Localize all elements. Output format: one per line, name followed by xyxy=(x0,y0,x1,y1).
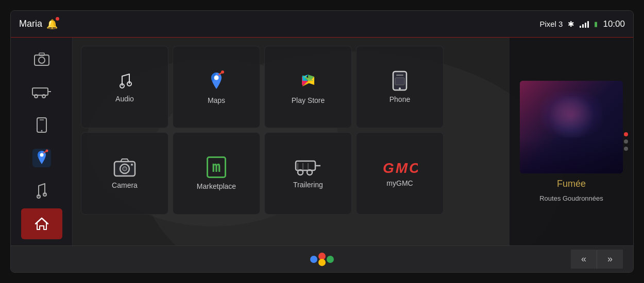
play-store-icon xyxy=(297,69,319,92)
app-tile-play-store[interactable]: Play Store xyxy=(264,46,352,128)
svg-rect-22 xyxy=(396,75,403,76)
camera-tile-icon xyxy=(113,157,136,177)
sidebar-item-camera[interactable] xyxy=(21,44,62,75)
svg-point-1 xyxy=(39,57,45,63)
header: Maria 🔔 Pixel 3 ✱ ▮ 10:00 xyxy=(11,11,633,38)
svg-point-39 xyxy=(327,256,334,263)
main-screen: Maria 🔔 Pixel 3 ✱ ▮ 10:00 xyxy=(10,10,634,273)
bluetooth-icon: ✱ xyxy=(568,20,574,29)
device-name: Pixel 3 xyxy=(539,20,563,28)
svg-point-12 xyxy=(45,150,48,152)
app-area: Audio Maps xyxy=(73,38,633,245)
play-store-label: Play Store xyxy=(292,96,325,104)
svg-point-36 xyxy=(310,256,317,263)
dot-1 xyxy=(624,132,628,136)
phone-label: Phone xyxy=(389,95,410,103)
marketplace-label: Marketplace xyxy=(197,182,236,190)
next-button[interactable]: » xyxy=(597,250,623,269)
camera-label: Camera xyxy=(112,181,138,189)
svg-point-8 xyxy=(41,130,42,132)
svg-point-17 xyxy=(214,76,219,80)
maps-icon xyxy=(205,69,228,92)
audio-label: Audio xyxy=(115,95,134,103)
svg-rect-3 xyxy=(32,88,48,95)
prev-button[interactable]: « xyxy=(571,250,597,269)
album-art xyxy=(520,81,623,173)
main-area: Audio Maps xyxy=(11,38,633,245)
svg-point-6 xyxy=(42,95,45,98)
dot-3 xyxy=(624,147,628,151)
header-right: Pixel 3 ✱ ▮ 10:00 xyxy=(539,19,625,29)
sidebar-item-home[interactable] xyxy=(21,208,62,239)
svg-text:GMC: GMC xyxy=(383,160,418,175)
svg-point-26 xyxy=(123,167,127,171)
svg-point-18 xyxy=(221,70,224,74)
bottom-bar: « » xyxy=(11,245,633,272)
svg-point-27 xyxy=(131,164,133,166)
mygmc-label: myGMC xyxy=(386,179,413,187)
sidebar xyxy=(11,38,73,245)
gmc-icon: GMC xyxy=(382,160,418,175)
app-grid: Audio Maps xyxy=(73,38,510,245)
svg-point-37 xyxy=(318,253,326,260)
now-playing-panel: Fumée Routes Goudronnées xyxy=(510,38,633,245)
sidebar-item-maps[interactable] xyxy=(21,143,62,173)
track-title: Fumée xyxy=(557,179,586,189)
battery-icon: ▮ xyxy=(594,20,598,28)
sidebar-item-audio[interactable] xyxy=(21,175,62,206)
signal-strength-icon xyxy=(580,21,589,28)
prev-icon: « xyxy=(581,254,586,264)
maps-label: Maps xyxy=(208,96,225,104)
nav-controls: « » xyxy=(571,250,623,269)
app-tile-camera[interactable]: Camera xyxy=(81,132,168,215)
sidebar-item-trailer[interactable] xyxy=(21,77,62,108)
svg-rect-23 xyxy=(395,78,404,85)
notification-bell-icon[interactable]: 🔔 xyxy=(46,19,58,30)
app-tile-maps[interactable]: Maps xyxy=(173,46,260,128)
header-left: Maria 🔔 xyxy=(19,19,58,30)
app-tile-audio[interactable]: Audio xyxy=(81,46,168,128)
app-tile-phone[interactable]: Phone xyxy=(356,46,444,128)
svg-point-5 xyxy=(35,95,38,98)
next-icon: » xyxy=(607,254,613,264)
app-tile-marketplace[interactable]: m Marketplace xyxy=(173,132,260,215)
track-subtitle: Routes Goudronnées xyxy=(539,194,603,202)
app-tile-mygmc[interactable]: GMC myGMC xyxy=(356,132,444,215)
audio-icon xyxy=(115,71,134,91)
sidebar-item-phone[interactable] xyxy=(21,110,62,140)
svg-point-21 xyxy=(399,87,401,90)
phone-icon xyxy=(390,70,410,91)
svg-point-38 xyxy=(318,259,326,266)
svg-rect-2 xyxy=(39,53,44,56)
notification-dot xyxy=(56,17,59,21)
trailering-label: Trailering xyxy=(293,181,323,189)
dots-indicator xyxy=(624,132,628,151)
svg-rect-28 xyxy=(296,161,315,170)
clock: 10:00 xyxy=(603,19,625,29)
svg-point-11 xyxy=(40,153,43,157)
marketplace-icon: m xyxy=(207,156,227,178)
google-assistant-button[interactable] xyxy=(309,251,335,268)
app-tile-trailering[interactable]: Trailering xyxy=(264,132,352,215)
trailering-icon xyxy=(294,158,323,176)
dot-2 xyxy=(624,139,628,144)
user-name: Maria xyxy=(19,19,42,29)
